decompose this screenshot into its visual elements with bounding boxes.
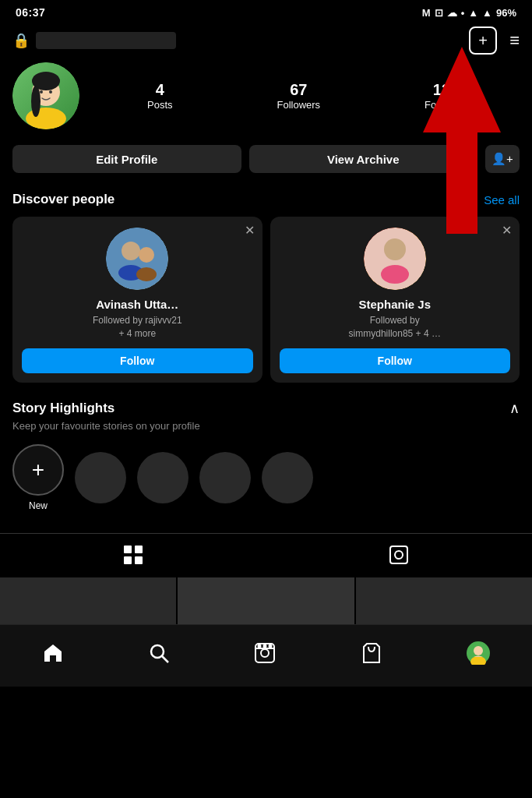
- card-2-name: Stephanie Js: [358, 298, 431, 311]
- view-archive-button[interactable]: View Archive: [249, 145, 478, 173]
- following-label: Following: [425, 99, 467, 111]
- top-action-icons: + ≡: [469, 26, 520, 55]
- collapse-highlights-button[interactable]: ∧: [509, 400, 520, 417]
- stat-followers[interactable]: 67 Followers: [277, 81, 320, 111]
- highlights-header: Story Highlights ∧: [12, 400, 520, 417]
- svg-point-32: [264, 644, 266, 647]
- grid-view-tab[interactable]: [123, 545, 143, 570]
- edit-profile-button[interactable]: Edit Profile: [12, 145, 241, 173]
- highlight-slot-4: [262, 452, 313, 503]
- signal-icon: ▲: [482, 7, 492, 19]
- card-1-name: Avinash Utta…: [96, 298, 178, 311]
- card-2-avatar: [364, 228, 426, 290]
- profile-section: 4 Posts 67 Followers 135 Following: [0, 62, 532, 139]
- svg-point-7: [49, 90, 52, 94]
- sim-icon: ⊡: [435, 7, 443, 19]
- bottom-navigation: [0, 624, 532, 687]
- lock-icon: 🔒: [12, 32, 30, 49]
- battery-icon: 96%: [496, 7, 516, 19]
- discover-title: Discover people: [12, 192, 115, 207]
- menu-button[interactable]: ≡: [509, 30, 520, 51]
- svg-line-27: [162, 656, 168, 662]
- add-content-button[interactable]: +: [469, 26, 497, 55]
- posts-count: 4: [156, 81, 164, 99]
- stat-following[interactable]: 135 Following: [425, 81, 467, 111]
- plus-icon: +: [478, 32, 488, 50]
- highlight-slot-2: [137, 452, 188, 503]
- wifi-icon: ▲: [468, 7, 478, 19]
- shop-nav-button[interactable]: [361, 642, 382, 669]
- profile-avatar[interactable]: [12, 62, 79, 129]
- discover-section: Discover people See all ✕: [0, 184, 532, 387]
- reels-nav-button[interactable]: [254, 642, 276, 669]
- svg-point-29: [261, 649, 269, 657]
- new-highlight-button[interactable]: + New: [12, 444, 64, 511]
- username-area: 🔒: [12, 32, 176, 49]
- highlights-subtitle: Keep your favourite stories on your prof…: [12, 420, 520, 432]
- highlight-slot-1: [75, 452, 126, 503]
- thumbnail-2[interactable]: [178, 577, 354, 624]
- svg-point-6: [40, 90, 43, 94]
- person-add-icon: 👤+: [491, 152, 513, 166]
- svg-point-26: [151, 645, 164, 658]
- svg-point-35: [474, 646, 483, 655]
- svg-point-25: [395, 551, 403, 559]
- follow-card-2-button[interactable]: Follow: [280, 348, 511, 373]
- profile-nav-button[interactable]: [467, 641, 490, 670]
- content-tabs: [0, 533, 532, 574]
- story-highlights-section: Story Highlights ∧ Keep your favourite s…: [0, 387, 532, 517]
- person-add-button[interactable]: 👤+: [485, 145, 520, 173]
- svg-rect-23: [135, 556, 143, 564]
- posts-label: Posts: [147, 99, 173, 111]
- svg-rect-22: [124, 556, 132, 564]
- highlights-row: + New: [12, 444, 520, 511]
- close-card-2-button[interactable]: ✕: [502, 223, 512, 238]
- svg-point-31: [259, 644, 261, 647]
- follow-card-1-button[interactable]: Follow: [22, 348, 253, 373]
- card-2-sub: Followed bysimmydhillon85 + 4 …: [349, 314, 441, 341]
- discover-card-2: ✕ Stephanie Js Followed bysimmydhillon85…: [270, 217, 520, 383]
- search-nav-button[interactable]: [148, 642, 170, 669]
- tagged-tab[interactable]: [389, 545, 409, 570]
- profile-stats: 4 Posts 67 Followers 135 Following: [95, 81, 520, 111]
- card-1-avatar: [106, 228, 168, 290]
- plus-icon: +: [32, 459, 44, 481]
- home-nav-button[interactable]: [42, 642, 64, 669]
- post-thumbnails-row: [0, 577, 532, 624]
- following-count: 135: [433, 81, 459, 99]
- stat-posts[interactable]: 4 Posts: [147, 81, 173, 111]
- status-bar: 06:37 M ⊡ ☁ • ▲ ▲ 96%: [0, 0, 532, 22]
- thumbnail-1[interactable]: [0, 577, 176, 624]
- mail-icon: M: [422, 7, 431, 19]
- svg-point-33: [270, 644, 272, 647]
- svg-point-15: [381, 265, 409, 284]
- discover-header: Discover people See all: [12, 192, 520, 207]
- thumbnail-3[interactable]: [356, 577, 532, 624]
- add-highlight-circle[interactable]: +: [12, 444, 64, 496]
- svg-rect-8: [106, 228, 168, 290]
- top-bar: 🔒 + ≡: [0, 22, 532, 62]
- card-1-sub: Followed by rajivvv21+ 4 more: [93, 314, 182, 341]
- cloud-icon: ☁: [447, 7, 457, 19]
- discover-cards-row: ✕ Avinash Utta… Followed by: [12, 217, 520, 383]
- followers-count: 67: [290, 81, 307, 99]
- discover-card-1: ✕ Avinash Utta… Followed by: [12, 217, 262, 383]
- status-icons: M ⊡ ☁ • ▲ ▲ 96%: [422, 7, 516, 19]
- svg-point-14: [384, 238, 406, 260]
- new-highlight-label: New: [29, 500, 48, 511]
- highlight-slot-3: [199, 452, 251, 503]
- svg-point-11: [139, 247, 154, 263]
- svg-rect-21: [135, 546, 143, 553]
- close-card-1-button[interactable]: ✕: [245, 223, 255, 238]
- profile-action-buttons: Edit Profile View Archive 👤+: [0, 139, 532, 184]
- highlights-title: Story Highlights: [12, 401, 115, 416]
- svg-point-12: [136, 267, 157, 281]
- status-time: 06:37: [16, 6, 45, 19]
- svg-rect-24: [390, 546, 407, 563]
- svg-point-9: [122, 242, 140, 260]
- see-all-link[interactable]: See all: [484, 193, 520, 207]
- svg-point-5: [31, 86, 41, 117]
- username-placeholder: [36, 32, 176, 49]
- dot-icon: •: [461, 7, 465, 19]
- followers-label: Followers: [277, 99, 320, 111]
